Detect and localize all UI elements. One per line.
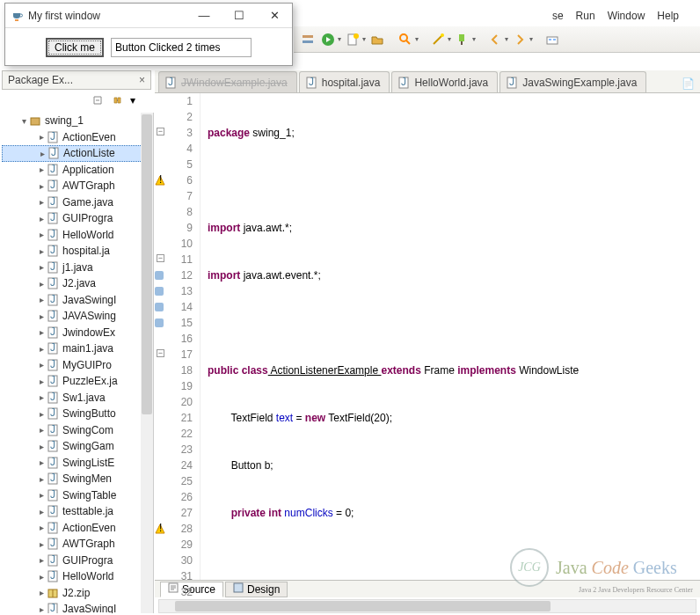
tree-file[interactable]: JSwingListE	[2, 455, 153, 472]
tree-file[interactable]: Jhospital.ja	[2, 243, 153, 260]
chevron-down-icon[interactable]: ▾	[338, 35, 341, 43]
tree-file[interactable]: JSwingCom	[2, 422, 153, 439]
editor-tab[interactable]: J hospital.java	[299, 71, 390, 92]
tree-file[interactable]: Jj1.java	[2, 260, 153, 276]
chevron-down-icon[interactable]: ▾	[505, 35, 508, 43]
tree-label: Game.java	[62, 196, 113, 209]
tree-file[interactable]: JSwingTable	[2, 487, 153, 504]
menubar-item-cut[interactable]: se	[552, 10, 564, 22]
chevron-down-icon[interactable]: ▾	[448, 35, 451, 43]
java-file-icon: J	[46, 358, 60, 372]
tree-file[interactable]: JHelloWorld	[2, 227, 153, 244]
fold-icon[interactable]: −	[157, 128, 164, 135]
click-me-button[interactable]: Click me	[46, 38, 104, 57]
swing-titlebar[interactable]: My first window — ☐ ✕	[5, 4, 292, 28]
tree-label: hospital.ja	[62, 245, 110, 257]
tree-file[interactable]: JJAVASwing	[2, 308, 153, 325]
tree-file[interactable]: Jtesttable.ja	[2, 503, 153, 520]
run-button[interactable]	[319, 31, 337, 48]
tree-file[interactable]: JApplication	[2, 162, 153, 179]
code-editor[interactable]: −!−−! 1234567891011121314151617181920212…	[155, 93, 700, 580]
collapse-all-icon[interactable]	[91, 94, 106, 108]
fold-icon[interactable]: −	[157, 254, 164, 262]
result-field[interactable]	[111, 38, 252, 57]
forward-button[interactable]	[511, 31, 529, 48]
paint-icon[interactable]	[454, 31, 471, 48]
tree-file[interactable]: JJavaSwingI	[2, 601, 153, 613]
view-menu-icon[interactable]: ▾	[130, 94, 144, 108]
link-editor-icon[interactable]	[111, 94, 125, 108]
tree-root[interactable]: swing_1	[2, 113, 153, 129]
menu-window[interactable]: Window	[608, 10, 645, 22]
wand-icon[interactable]	[429, 31, 447, 48]
tree-file[interactable]: JGUIProgra	[2, 210, 153, 227]
svg-text:J: J	[50, 522, 55, 533]
tree-file[interactable]: JActionEven	[2, 520, 153, 537]
warning-icon[interactable]: !	[155, 523, 165, 533]
close-button[interactable]: ✕	[257, 4, 292, 27]
editor-tab[interactable]: J JWindowExample.java	[158, 71, 297, 92]
tree-file[interactable]: JGUIProgra	[2, 553, 153, 569]
tree-file[interactable]: JActionEven	[2, 129, 153, 146]
tree-file[interactable]: JActionListe	[2, 145, 153, 162]
new-button[interactable]	[344, 31, 361, 48]
java-file-icon: J	[46, 423, 60, 437]
tree-file[interactable]: JJavaSwingI	[2, 292, 153, 309]
tree-label: j1.java	[62, 261, 93, 274]
tree-file[interactable]: Jmain1.java	[2, 340, 153, 357]
java-file-icon: J	[46, 537, 60, 551]
close-icon[interactable]: ×	[139, 74, 145, 86]
separator	[421, 31, 427, 48]
coverage-mark	[155, 303, 164, 311]
tree-file[interactable]: JSw1.java	[2, 390, 153, 406]
tree-file[interactable]: JHelloWorld	[2, 568, 153, 585]
search-icon[interactable]	[397, 31, 414, 48]
minimize-button[interactable]: —	[186, 4, 222, 27]
java-file-icon: J	[46, 472, 60, 486]
tree-label: GUIProgra	[62, 212, 113, 224]
tree-label: J2.zip	[62, 587, 90, 599]
chevron-down-icon[interactable]: ▾	[529, 35, 533, 43]
svg-text:J: J	[50, 310, 55, 321]
tree-file[interactable]: JJwindowEx	[2, 325, 153, 341]
tree-file[interactable]: JAWTGraph	[2, 178, 153, 194]
svg-rect-8	[461, 41, 463, 45]
package-explorer-tab[interactable]: Package Ex... ×	[2, 70, 151, 90]
tree-file[interactable]: JJ2.java	[2, 275, 153, 292]
tree-file[interactable]: J2.zip	[2, 585, 153, 602]
fold-icon[interactable]: −	[157, 349, 164, 357]
toggle-breadcrumb-icon[interactable]	[299, 31, 317, 48]
java-file-icon: J	[46, 569, 60, 583]
coverage-mark	[155, 287, 164, 296]
tree-file[interactable]: JSwingMen	[2, 471, 153, 487]
back-button[interactable]	[486, 31, 504, 48]
design-tab[interactable]: Design	[225, 582, 288, 597]
tree-file[interactable]: JPuzzleEx.ja	[2, 373, 153, 390]
maximize-button[interactable]: ☐	[222, 4, 257, 27]
editor-tab[interactable]: J JavaSwingExample.java	[499, 71, 646, 92]
tree-label: PuzzleEx.ja	[62, 375, 118, 387]
chevron-down-icon[interactable]: ▾	[415, 35, 419, 43]
java-file-icon: J	[46, 341, 60, 355]
tree-file[interactable]: JSwingGam	[2, 438, 153, 455]
chevron-down-icon[interactable]: ▾	[362, 35, 366, 43]
svg-text:J: J	[309, 77, 314, 88]
menu-run[interactable]: Run	[576, 10, 595, 22]
warning-icon[interactable]: !	[155, 174, 165, 185]
show-list-icon[interactable]: 📄	[679, 75, 696, 92]
palette-icon[interactable]	[543, 31, 561, 48]
tree-file[interactable]: JSwingButto	[2, 406, 153, 422]
menu-help[interactable]: Help	[657, 10, 679, 22]
editor-tab[interactable]: J HelloWorld.java	[391, 71, 498, 92]
tree-scrollbar[interactable]	[141, 113, 153, 613]
tree-file[interactable]: JGame.java	[2, 194, 153, 211]
java-file-icon: J	[164, 77, 177, 89]
editor-h-scrollbar[interactable]	[158, 599, 696, 613]
separator	[536, 31, 541, 48]
open-button[interactable]	[368, 31, 386, 48]
svg-text:J: J	[50, 407, 55, 419]
tree-label: testtable.ja	[62, 505, 113, 517]
tree-file[interactable]: JAWTGraph	[2, 536, 153, 553]
chevron-down-icon[interactable]: ▾	[472, 35, 476, 43]
tree-file[interactable]: JMyGUIPro	[2, 357, 153, 374]
